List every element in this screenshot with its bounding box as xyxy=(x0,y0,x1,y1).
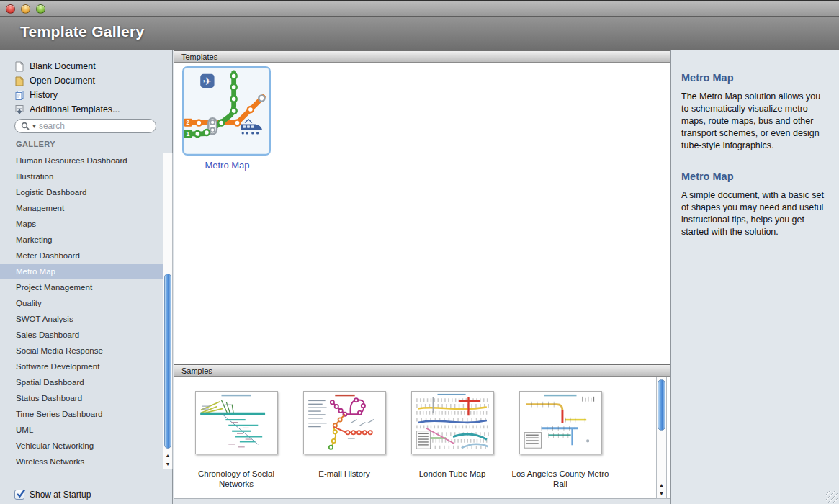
sample-los-angeles-metro-rail[interactable]: Los Angeles County Metro Rail xyxy=(506,391,614,489)
sample-label: London Tube Map xyxy=(398,469,506,479)
sidebar-item-quality[interactable]: Quality xyxy=(0,295,163,311)
metro-map-thumbnail[interactable]: 2 1 ✈ xyxy=(182,66,271,156)
titlebar: Template Gallery xyxy=(0,0,839,50)
sidebar-item-project-management[interactable]: Project Management xyxy=(0,279,163,295)
search-icon xyxy=(21,122,30,130)
show-at-startup-row: Show at Startup xyxy=(14,490,91,500)
templates-panel: 2 1 ✈ xyxy=(174,63,670,364)
svg-text:✈: ✈ xyxy=(203,76,212,87)
history-button[interactable]: History xyxy=(0,88,172,102)
sample-email-history[interactable]: E-mail History xyxy=(290,391,398,489)
additional-templates-button[interactable]: Additional Templates... xyxy=(0,102,172,117)
sidebar-item-software-development[interactable]: Software Development xyxy=(0,359,163,374)
airport-icon: ✈ xyxy=(200,74,214,88)
sidebar-item-swot-analysis[interactable]: SWOT Analysis xyxy=(0,311,163,327)
open-document-icon xyxy=(14,76,24,86)
la-metro-thumbnail-art xyxy=(520,392,601,454)
info-section-body: The Metro Map solution allows you to sch… xyxy=(681,91,830,152)
scroll-up-icon[interactable]: ▲ xyxy=(657,481,666,490)
line-2-badge: 2 xyxy=(187,119,190,126)
sidebar-item-time-series-dashboard[interactable]: Time Series Dashboard xyxy=(0,406,163,422)
sidebar-item-status-dashboard[interactable]: Status Dashboard xyxy=(0,390,163,406)
blank-document-icon xyxy=(14,61,24,72)
close-button[interactable] xyxy=(6,4,15,14)
sidebar-item-spatial-dashboard[interactable]: Spatial Dashboard xyxy=(0,374,163,390)
samples-header-label: Samples xyxy=(181,366,212,375)
sidebar-item-sales-dashboard[interactable]: Sales Dashboard xyxy=(0,327,163,343)
sidebar-item-metro-map[interactable]: Metro Map xyxy=(0,264,163,279)
checkmark-icon xyxy=(16,488,27,499)
samples-header: Samples xyxy=(174,364,670,377)
sidebar-scrollbar-thumb[interactable] xyxy=(164,274,171,449)
category-list: Human Resources Dashboard Illustration L… xyxy=(0,153,163,469)
templates-header-label: Templates xyxy=(181,53,217,61)
chronology-thumbnail[interactable] xyxy=(195,391,278,454)
sidebar-item-management[interactable]: Management xyxy=(0,200,163,216)
train-icon xyxy=(241,120,262,135)
show-at-startup-label: Show at Startup xyxy=(30,490,91,500)
line-1-badge: 1 xyxy=(187,130,190,138)
quick-item-label: History xyxy=(30,90,58,100)
search-placeholder: search xyxy=(39,121,65,131)
blank-document-button[interactable]: Blank Document xyxy=(0,59,172,73)
search-input[interactable]: ▼ search xyxy=(14,119,156,133)
sidebar-item-illustration[interactable]: Illustration xyxy=(0,168,163,184)
download-icon xyxy=(14,104,24,115)
quick-item-label: Blank Document xyxy=(30,61,96,71)
metro-map-thumbnail-art: 2 1 ✈ xyxy=(184,68,269,154)
sidebar-item-wireless-networks[interactable]: Wireless Networks xyxy=(0,454,163,469)
minimize-button[interactable] xyxy=(21,4,30,14)
samples-scrollbar-thumb[interactable] xyxy=(658,379,665,431)
open-document-button[interactable]: Open Document xyxy=(0,73,172,88)
la-metro-thumbnail[interactable] xyxy=(519,391,602,454)
london-tube-thumbnail[interactable] xyxy=(411,391,494,454)
sidebar-item-social-media-response[interactable]: Social Media Response xyxy=(0,343,163,359)
scroll-up-icon[interactable]: ▲ xyxy=(163,451,172,460)
london-tube-thumbnail-art xyxy=(412,392,493,454)
sidebar-item-human-resources-dashboard[interactable]: Human Resources Dashboard xyxy=(0,153,163,168)
info-section-title: Metro Map xyxy=(681,72,830,84)
sidebar-item-logistic-dashboard[interactable]: Logistic Dashboard xyxy=(0,184,163,200)
page-title: Template Gallery xyxy=(20,23,144,40)
resize-grip[interactable] xyxy=(826,491,838,503)
sidebar-item-maps[interactable]: Maps xyxy=(0,216,163,232)
sample-chronology-of-social-networks[interactable]: Chronology of Social Networks xyxy=(182,391,290,489)
sample-london-tube-map[interactable]: London Tube Map xyxy=(398,391,506,489)
template-label: Metro Map xyxy=(182,160,272,171)
sample-label: Los Angeles County Metro Rail xyxy=(506,469,614,489)
sidebar-item-meter-dashboard[interactable]: Meter Dashboard xyxy=(0,248,163,264)
information-panel: Metro Map The Metro Map solution allows … xyxy=(670,50,839,504)
sidebar: Blank Document Open Document History Add… xyxy=(0,50,173,504)
samples-panel: Chronology of Social Networks xyxy=(174,377,670,499)
history-icon xyxy=(14,90,24,101)
email-history-thumbnail-art xyxy=(304,392,385,454)
quick-item-label: Open Document xyxy=(30,76,95,86)
sample-label: Chronology of Social Networks xyxy=(182,469,290,489)
sidebar-item-marketing[interactable]: Marketing xyxy=(0,232,163,248)
template-gallery-window: Template Gallery Blank Document Open Doc… xyxy=(0,0,839,504)
quick-actions: Blank Document Open Document History Add… xyxy=(0,59,172,117)
gallery-section-label: GALLERY xyxy=(16,140,55,148)
samples-scrollbar[interactable]: ▲ ▼ xyxy=(656,377,667,499)
sidebar-item-vehicular-networking[interactable]: Vehicular Networking xyxy=(0,438,163,454)
sidebar-item-uml[interactable]: UML xyxy=(0,422,163,438)
scroll-down-icon[interactable]: ▼ xyxy=(163,460,172,469)
email-history-thumbnail[interactable] xyxy=(303,391,386,454)
zoom-button[interactable] xyxy=(36,4,45,14)
sidebar-scrollbar[interactable]: ▲ ▼ xyxy=(163,153,173,469)
chronology-thumbnail-art xyxy=(196,392,277,454)
show-at-startup-checkbox[interactable] xyxy=(14,490,24,500)
info-section-body: A simple document, with a basic set of s… xyxy=(681,189,830,238)
scroll-down-icon[interactable]: ▼ xyxy=(657,490,666,498)
templates-header: Templates xyxy=(174,50,670,63)
quick-item-label: Additional Templates... xyxy=(30,104,120,114)
search-scope-caret-icon[interactable]: ▼ xyxy=(32,124,37,129)
sample-label: E-mail History xyxy=(290,469,398,479)
info-section-title: Metro Map xyxy=(681,171,830,182)
template-metro-map[interactable]: 2 1 ✈ xyxy=(182,66,272,171)
